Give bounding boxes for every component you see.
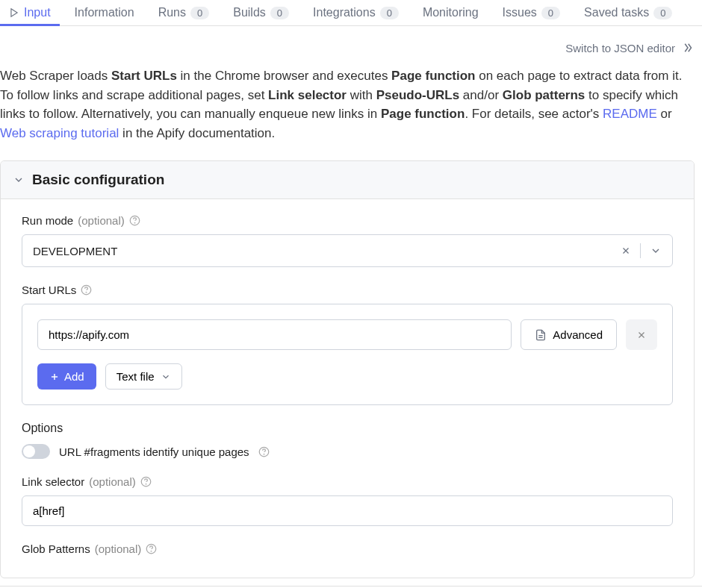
fragments-toggle[interactable] xyxy=(22,444,50,459)
double-chevron-icon[interactable] xyxy=(681,41,695,54)
svg-point-18 xyxy=(151,551,152,551)
tab-label: Runs xyxy=(158,6,186,19)
tab-badge: 0 xyxy=(653,7,672,19)
help-icon[interactable] xyxy=(140,476,152,487)
tab-label: Issues xyxy=(503,6,537,19)
tab-label: Integrations xyxy=(313,6,376,19)
glob-patterns-label: Glob Patterns xyxy=(22,542,90,555)
tab-label: Monitoring xyxy=(423,6,479,19)
tab-issues[interactable]: Issues 0 xyxy=(494,0,569,25)
glob-patterns-field: Glob Patterns (optional) xyxy=(22,542,673,555)
tab-badge: 0 xyxy=(190,7,209,19)
tab-input[interactable]: Input xyxy=(0,0,60,25)
optional-label: (optional) xyxy=(95,542,142,555)
options-title: Options xyxy=(22,422,673,435)
advanced-button[interactable]: Advanced xyxy=(521,319,617,350)
file-icon xyxy=(535,329,547,341)
start-url-input[interactable] xyxy=(37,319,512,350)
help-icon[interactable] xyxy=(146,543,157,554)
run-mode-field: Run mode (optional) DEVELOPMENT xyxy=(22,214,673,267)
select-value: DEVELOPMENT xyxy=(33,245,117,257)
fragments-label: URL #fragments identify unique pages xyxy=(59,445,249,458)
svg-point-16 xyxy=(146,484,146,484)
tabs-bar: Input Information Runs 0 Builds 0 Integr… xyxy=(0,0,702,26)
tab-label: Builds xyxy=(233,6,266,19)
chevron-down-icon xyxy=(161,372,171,382)
tab-label: Saved tasks xyxy=(584,6,649,19)
link-selector-input[interactable] xyxy=(22,495,673,526)
help-icon[interactable] xyxy=(258,446,270,457)
readme-link[interactable]: README xyxy=(603,107,657,121)
tab-label: Input xyxy=(24,6,51,19)
tab-label: Information xyxy=(75,6,134,19)
svg-marker-0 xyxy=(11,9,17,17)
optional-label: (optional) xyxy=(89,475,136,488)
tutorial-link[interactable]: Web scraping tutorial xyxy=(0,126,119,140)
chevron-down-icon xyxy=(13,174,25,186)
tab-runs[interactable]: Runs 0 xyxy=(149,0,219,25)
clear-icon[interactable] xyxy=(621,245,631,256)
help-icon[interactable] xyxy=(129,215,140,226)
optional-label: (optional) xyxy=(78,214,125,227)
tab-badge: 0 xyxy=(270,7,289,19)
json-switch-row: Switch to JSON editor xyxy=(0,41,695,54)
remove-url-button[interactable] xyxy=(626,319,657,350)
tab-integrations[interactable]: Integrations 0 xyxy=(304,0,408,25)
tab-badge: 0 xyxy=(380,7,399,19)
add-url-button[interactable]: Add xyxy=(37,363,96,390)
help-icon[interactable] xyxy=(81,284,92,295)
section-title: Basic configuration xyxy=(32,172,164,188)
text-file-button[interactable]: Text file xyxy=(105,363,182,390)
tab-badge: 0 xyxy=(541,7,560,19)
plus-icon xyxy=(49,372,60,382)
svg-point-6 xyxy=(87,292,87,293)
tab-information[interactable]: Information xyxy=(66,0,143,25)
section-header[interactable]: Basic configuration xyxy=(1,161,694,199)
link-selector-field: Link selector (optional) xyxy=(22,475,673,526)
options-field: Options URL #fragments identify unique p… xyxy=(22,422,673,459)
start-urls-label: Start URLs xyxy=(22,284,76,296)
chevron-down-icon[interactable] xyxy=(650,245,662,257)
tab-monitoring[interactable]: Monitoring xyxy=(414,0,488,25)
link-selector-label: Link selector xyxy=(22,475,84,488)
switch-json-link[interactable]: Switch to JSON editor xyxy=(565,42,675,54)
run-mode-select[interactable]: DEVELOPMENT xyxy=(22,234,673,267)
run-mode-label: Run mode xyxy=(22,214,73,227)
start-urls-field: Start URLs Advanced xyxy=(22,284,673,405)
intro-text: Web Scraper loads Start URLs in the Chro… xyxy=(0,66,695,143)
svg-point-2 xyxy=(134,222,135,223)
play-icon xyxy=(9,7,19,18)
basic-config-section: Basic configuration Run mode (optional) … xyxy=(0,160,695,578)
tab-builds[interactable]: Builds 0 xyxy=(224,0,298,25)
svg-point-14 xyxy=(264,454,264,454)
tab-saved-tasks[interactable]: Saved tasks 0 xyxy=(575,0,681,25)
